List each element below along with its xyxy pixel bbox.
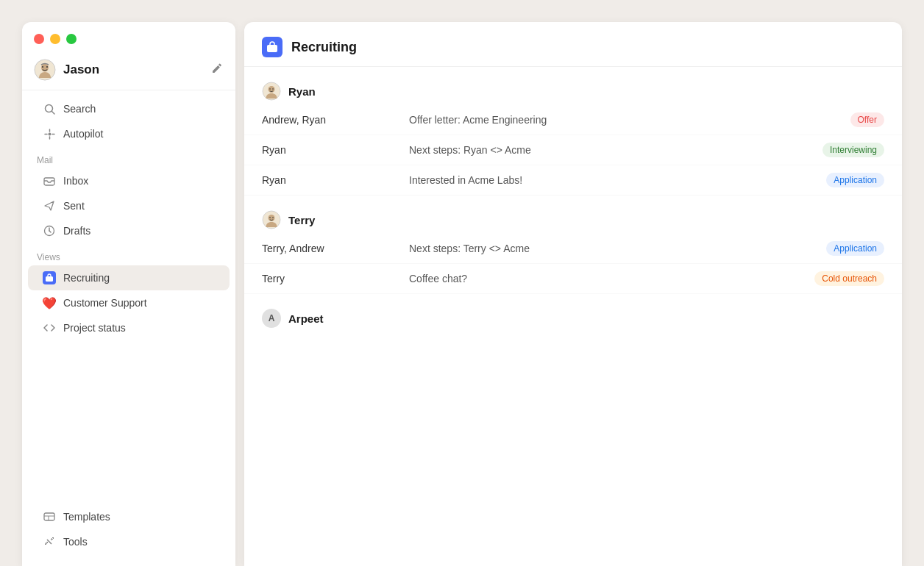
arpeet-avatar-letter: A (269, 313, 275, 323)
sidebar-item-inbox[interactable]: Inbox (28, 168, 230, 193)
svg-point-24 (272, 88, 274, 90)
svg-point-2 (42, 66, 43, 68)
contact-header-ryan: Ryan (244, 73, 902, 105)
sidebar-item-tools[interactable]: Tools (28, 529, 230, 554)
mail-section-label: Mail (22, 146, 235, 168)
main-header-title: Recruiting (291, 40, 357, 55)
recruiting-icon (43, 271, 56, 284)
email-row[interactable]: Terry Coffee chat? Cold outreach (244, 264, 902, 294)
email-subject: Coffee chat? (409, 273, 814, 284)
sidebar-item-sent[interactable]: Sent (28, 193, 230, 218)
terry-name: Terry (288, 214, 315, 226)
email-subject: Next steps: Ryan <> Acme (409, 144, 822, 156)
templates-icon (43, 510, 56, 523)
email-tag: Interviewing (822, 143, 884, 157)
email-row[interactable]: Terry, Andrew Next steps: Terry <> Acme … (244, 234, 902, 264)
email-from: Terry, Andrew (262, 243, 409, 254)
user-name: Jason (63, 62, 99, 77)
sidebar-item-search[interactable]: Search (28, 96, 230, 121)
drafts-icon (43, 224, 56, 237)
autopilot-label: Autopilot (63, 128, 103, 140)
contact-header-terry: Terry (244, 201, 902, 234)
ryan-name: Ryan (288, 85, 316, 98)
sidebar-item-project-status[interactable]: Project status (28, 315, 230, 340)
close-button[interactable] (34, 34, 44, 44)
sidebar-item-recruiting[interactable]: Recruiting (28, 265, 230, 290)
sidebar-item-templates[interactable]: Templates (28, 504, 230, 529)
svg-point-6 (48, 132, 51, 135)
email-from: Ryan (262, 144, 409, 156)
terry-avatar-icon (262, 210, 281, 229)
email-tag: Application (826, 241, 884, 256)
sidebar-item-customer-support[interactable]: ❤️ Customer Support (28, 290, 230, 315)
email-from: Ryan (262, 174, 409, 186)
maximize-button[interactable] (66, 34, 77, 44)
traffic-lights (22, 34, 235, 54)
contact-group-arpeet: A Arpeet (244, 300, 902, 332)
views-section-label: Views (22, 243, 235, 265)
email-row[interactable]: Ryan Interested in Acme Labs! Applicatio… (244, 165, 902, 196)
inbox-label: Inbox (63, 175, 88, 187)
contact-group-ryan: Ryan Andrew, Ryan Offer letter: Acme Eng… (244, 73, 902, 196)
sidebar: Jason Search (22, 22, 235, 566)
sent-icon (43, 199, 56, 212)
svg-point-27 (269, 217, 271, 218)
sidebar-item-drafts[interactable]: Drafts (28, 218, 230, 243)
ryan-avatar-icon (262, 82, 281, 101)
main-content: Recruiting Ryan Andrew, Ryan (244, 22, 902, 566)
sent-label: Sent (63, 200, 85, 212)
email-row[interactable]: Ryan Next steps: Ryan <> Acme Interviewi… (244, 135, 902, 165)
arpeet-name: Arpeet (288, 312, 324, 325)
email-tag: Application (826, 173, 884, 187)
svg-point-3 (46, 66, 48, 68)
search-icon (43, 102, 56, 115)
compose-icon[interactable] (210, 62, 224, 78)
tools-icon (43, 535, 56, 548)
svg-rect-15 (46, 276, 53, 282)
templates-label: Templates (63, 511, 110, 523)
user-header: Jason (22, 54, 235, 90)
contact-group-terry: Terry Terry, Andrew Next steps: Terry <>… (244, 201, 902, 294)
svg-rect-16 (44, 513, 54, 520)
header-recruiting-icon (262, 37, 282, 57)
email-subject: Interested in Acme Labs! (409, 174, 826, 186)
content-header: Recruiting (244, 22, 902, 67)
autopilot-icon (43, 127, 56, 140)
email-subject: Next steps: Terry <> Acme (409, 243, 826, 254)
tools-label: Tools (63, 536, 88, 548)
minimize-button[interactable] (50, 34, 60, 44)
contacts-list: Ryan Andrew, Ryan Offer letter: Acme Eng… (244, 67, 902, 566)
email-tag: Offer (850, 112, 884, 127)
email-from: Terry (262, 273, 409, 284)
email-tag: Cold outreach (814, 271, 884, 286)
drafts-label: Drafts (63, 225, 90, 237)
arpeet-avatar: A (262, 309, 281, 328)
svg-point-28 (272, 217, 274, 218)
svg-line-19 (47, 540, 51, 544)
svg-line-14 (49, 231, 51, 232)
inbox-icon (43, 174, 56, 187)
email-subject: Offer letter: Acme Engineering (409, 114, 850, 126)
svg-line-5 (51, 111, 54, 114)
search-label: Search (63, 103, 96, 115)
contact-header-arpeet: A Arpeet (244, 300, 902, 332)
svg-rect-11 (44, 178, 54, 185)
user-info: Jason (34, 59, 99, 81)
svg-rect-20 (267, 45, 277, 52)
project-status-label: Project status (63, 322, 126, 334)
email-from: Andrew, Ryan (262, 114, 409, 126)
customer-support-label: Customer Support (63, 297, 147, 309)
email-row[interactable]: Andrew, Ryan Offer letter: Acme Engineer… (244, 105, 902, 135)
user-avatar-icon (34, 59, 56, 81)
code-icon (43, 321, 56, 334)
heart-icon: ❤️ (43, 296, 56, 309)
svg-point-23 (269, 88, 271, 90)
recruiting-label: Recruiting (63, 272, 110, 284)
sidebar-item-autopilot[interactable]: Autopilot (28, 121, 230, 146)
